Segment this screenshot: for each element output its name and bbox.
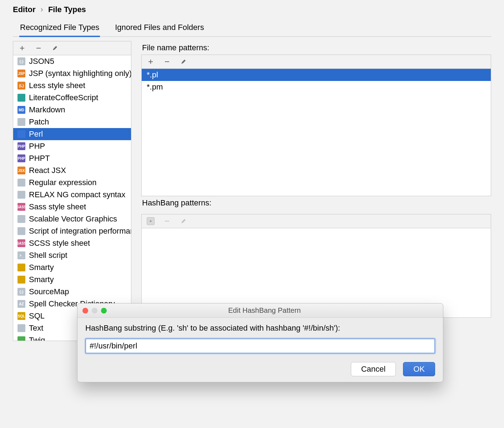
tab-ignored-files-folders[interactable]: Ignored Files and Folders [114, 23, 205, 37]
remove-icon [163, 217, 171, 225]
file-type-item[interactable]: {;}JSON5 [13, 55, 131, 67]
file-type-icon [17, 191, 25, 199]
close-icon[interactable] [82, 308, 88, 314]
file-types-panel: {;}JSON5JSPJSP (syntax highlighting only… [13, 41, 131, 341]
file-type-label: Script of integration performance test [29, 226, 131, 236]
file-type-item[interactable]: LiterateCoffeeScript [13, 92, 131, 104]
file-type-icon [17, 264, 25, 271]
tabs: Recognized File Types Ignored Files and … [13, 23, 491, 37]
file-type-icon [17, 336, 25, 341]
file-type-label: SourceMap [29, 287, 69, 296]
file-type-icon [17, 324, 25, 332]
file-type-icon [17, 215, 25, 223]
file-types-toolbar [13, 41, 131, 55]
file-type-label: PHP [29, 142, 45, 151]
file-type-icon: SASS [17, 203, 25, 211]
hashbang-toolbar [142, 214, 491, 228]
file-type-item[interactable]: JSPJSP (syntax highlighting only) [13, 67, 131, 80]
file-type-item[interactable]: SASSSass style sheet [13, 201, 131, 213]
edit-icon[interactable] [180, 58, 187, 66]
file-type-item[interactable]: PHPPHP [13, 140, 131, 152]
add-icon[interactable] [18, 44, 26, 52]
pattern-item[interactable]: *.pl [142, 69, 491, 81]
file-type-icon: {;} [17, 288, 25, 296]
pattern-item[interactable]: *.pm [142, 81, 491, 93]
file-type-item[interactable]: Smarty [13, 261, 131, 274]
file-type-label: JSON5 [29, 57, 54, 66]
add-icon[interactable] [147, 58, 155, 66]
file-type-icon: {L} [17, 82, 25, 90]
dialog-title: Edit HashBang Pattern [112, 304, 417, 317]
file-name-patterns-panel: *.pl*.pm [141, 55, 491, 196]
hashbang-input[interactable] [85, 338, 435, 353]
file-type-label: PHPT [29, 154, 50, 163]
tab-recognized-file-types[interactable]: Recognized File Types [19, 23, 100, 37]
file-type-label: Shell script [29, 251, 67, 260]
file-type-icon: SQL [17, 312, 25, 320]
file-type-label: Smarty [29, 263, 54, 272]
patterns-toolbar [142, 55, 491, 69]
file-type-icon: AZ [17, 300, 25, 308]
file-type-item[interactable]: Script of integration performance test [13, 225, 131, 237]
edit-icon [180, 217, 187, 225]
file-type-item[interactable]: RELAX NG compact syntax [13, 189, 131, 201]
maximize-icon[interactable] [101, 308, 107, 314]
file-type-icon: {;} [17, 57, 25, 65]
file-type-label: JSP (syntax highlighting only) [29, 69, 131, 78]
file-type-item[interactable]: Perl [13, 128, 131, 140]
add-icon[interactable] [147, 217, 155, 225]
cancel-button[interactable]: Cancel [351, 362, 396, 376]
file-type-icon [17, 227, 25, 235]
file-name-patterns-label: File name patterns: [142, 43, 491, 52]
hashbang-substring-label: HashBang substring (E.g. 'sh' to be asso… [85, 323, 435, 333]
hashbang-label: HashBang patterns: [142, 198, 491, 208]
file-type-label: React JSX [29, 166, 66, 175]
file-type-icon [17, 179, 25, 187]
file-type-item[interactable]: Regular expression [13, 177, 131, 189]
file-type-item[interactable]: Scalable Vector Graphics [13, 213, 131, 225]
edit-icon[interactable] [51, 44, 59, 52]
remove-icon[interactable] [35, 44, 42, 52]
file-type-item[interactable]: PHPPHPT [13, 152, 131, 164]
file-type-label: SCSS style sheet [29, 239, 90, 248]
file-type-item[interactable]: {L}Less style sheet [13, 80, 131, 92]
file-type-label: Patch [29, 117, 49, 127]
file-type-item[interactable]: {;}SourceMap [13, 286, 131, 298]
edit-hashbang-dialog: Edit HashBang Pattern HashBang substring… [77, 303, 443, 382]
remove-icon[interactable] [163, 58, 171, 66]
file-type-label: RELAX NG compact syntax [29, 190, 125, 199]
file-type-icon [17, 276, 25, 284]
file-type-icon [17, 130, 25, 138]
file-type-icon: MD [17, 106, 25, 114]
file-type-item[interactable]: Smarty [13, 274, 131, 286]
file-types-list[interactable]: {;}JSON5JSPJSP (syntax highlighting only… [13, 55, 131, 341]
file-type-item[interactable]: SASSSCSS style sheet [13, 237, 131, 249]
file-type-icon: PHP [17, 154, 25, 162]
file-type-icon: SASS [17, 239, 25, 247]
file-type-label: Text [29, 323, 43, 333]
file-type-icon: JSP [17, 70, 25, 77]
file-type-label: Twig [29, 336, 45, 341]
patterns-list[interactable]: *.pl*.pm [142, 69, 491, 196]
ok-button[interactable]: OK [403, 362, 435, 376]
file-type-label: Scalable Vector Graphics [29, 214, 117, 224]
file-type-label: Perl [29, 129, 43, 139]
chevron-right-icon: › [41, 5, 43, 14]
file-type-icon: PHP [17, 142, 25, 150]
file-type-label: Smarty [29, 275, 54, 284]
file-type-label: LiterateCoffeeScript [29, 93, 98, 102]
file-type-icon: JSX [17, 167, 25, 174]
dialog-titlebar: Edit HashBang Pattern [77, 304, 443, 318]
file-type-item[interactable]: MDMarkdown [13, 104, 131, 116]
file-type-icon: >_ [17, 251, 25, 259]
file-type-item[interactable]: Patch [13, 116, 131, 128]
breadcrumb-parent[interactable]: Editor [13, 5, 36, 14]
window-controls [77, 304, 112, 317]
file-type-label: Less style sheet [29, 81, 85, 90]
file-type-label: Regular expression [29, 178, 97, 187]
file-type-item[interactable]: >_Shell script [13, 249, 131, 261]
file-type-label: Markdown [29, 105, 65, 114]
hashbang-panel [141, 214, 491, 318]
minimize-icon [92, 308, 97, 314]
file-type-item[interactable]: JSXReact JSX [13, 164, 131, 177]
